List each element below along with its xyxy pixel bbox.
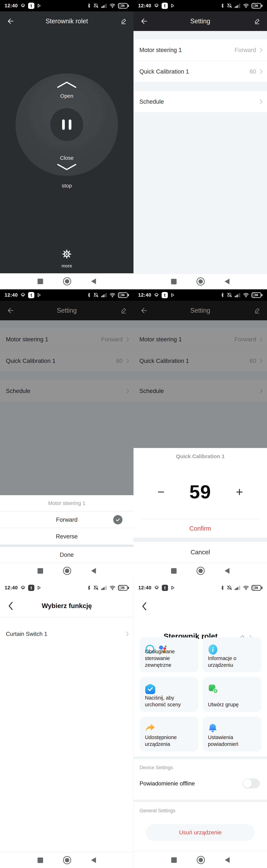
sheet-title: Quick Calibration 1 bbox=[133, 448, 267, 465]
wifi-icon bbox=[110, 586, 115, 590]
edit-pencil-icon[interactable] bbox=[254, 18, 260, 24]
setting-row-motor-steering[interactable]: Motor steering 1 Forward bbox=[133, 39, 267, 61]
general-settings-section-label: General Settings bbox=[139, 808, 175, 813]
divider bbox=[134, 851, 267, 851]
bluetooth-icon bbox=[88, 585, 91, 590]
gear-icon[interactable] bbox=[62, 249, 72, 259]
wifi-icon bbox=[243, 293, 249, 297]
row-label: Powiadomienie offline bbox=[139, 780, 243, 787]
setting-row-schedule[interactable]: Schedule bbox=[133, 91, 267, 112]
sheet-separator bbox=[0, 545, 133, 547]
bluetooth-icon bbox=[88, 3, 91, 8]
wifi-icon bbox=[110, 4, 115, 8]
svg-text:i: i bbox=[212, 646, 214, 653]
sheet-separator bbox=[133, 538, 267, 542]
function-row-curtain-switch[interactable]: Curtain Switch 1 bbox=[0, 621, 133, 646]
quick-calibration-bottom-sheet: Quick Calibration 1 − 59 + Confirm Cance… bbox=[133, 448, 267, 563]
option-reverse[interactable]: Reverse bbox=[0, 528, 133, 545]
option-label: Forward bbox=[56, 516, 77, 523]
status-bar: 12:40 t 36 bbox=[134, 579, 267, 595]
recents-button[interactable] bbox=[38, 858, 43, 863]
close-button[interactable]: Close bbox=[0, 155, 133, 161]
open-button[interactable]: Open bbox=[0, 93, 133, 99]
cancel-button[interactable]: Cancel bbox=[133, 542, 267, 562]
recents-button[interactable] bbox=[171, 857, 177, 863]
edit-pencil-icon[interactable] bbox=[120, 18, 127, 24]
row-label: Quick Calibration 1 bbox=[139, 68, 249, 75]
more-button[interactable]: more bbox=[0, 263, 133, 269]
card-external-control[interactable]: Obsługiwane sterowanie zewnętrzne bbox=[139, 638, 198, 672]
row-label: Curtain Switch 1 bbox=[6, 631, 126, 637]
layers-icon bbox=[21, 292, 26, 298]
increment-button[interactable]: + bbox=[236, 486, 243, 498]
back-arrow-icon[interactable] bbox=[7, 18, 14, 25]
row-value: 60 bbox=[249, 68, 256, 75]
card-shared-devices[interactable]: Udostępnione urządzenia bbox=[139, 716, 198, 751]
signal-icon bbox=[235, 4, 240, 8]
notifications-off-icon bbox=[227, 585, 232, 590]
decrement-button[interactable]: − bbox=[158, 486, 165, 498]
notification-bell-icon bbox=[208, 723, 218, 733]
setting-row-quick-calibration[interactable]: Quick Calibration 1 60 bbox=[133, 61, 267, 82]
back-chevron-icon[interactable] bbox=[141, 602, 147, 611]
android-nav-bar bbox=[133, 563, 267, 579]
back-button[interactable] bbox=[91, 857, 96, 863]
card-notification-settings[interactable]: Ustawienia powiadomień bbox=[203, 716, 261, 751]
stop-button[interactable]: stop bbox=[0, 183, 133, 189]
back-button[interactable] bbox=[91, 568, 96, 574]
messaging-app-icon: t bbox=[162, 585, 168, 591]
scenes-check-icon bbox=[145, 684, 156, 694]
chevron-right-icon bbox=[260, 48, 263, 53]
card-device-information[interactable]: i Informacje o urządzeniu bbox=[203, 638, 261, 672]
modal-scrim[interactable] bbox=[0, 289, 133, 495]
recents-button[interactable] bbox=[38, 279, 43, 284]
back-button[interactable] bbox=[225, 279, 229, 284]
battery-icon: 36 bbox=[252, 3, 262, 8]
notifications-off-icon bbox=[93, 585, 99, 590]
back-button[interactable] bbox=[225, 568, 229, 574]
calibration-value: 59 bbox=[190, 481, 211, 503]
back-button[interactable] bbox=[91, 278, 96, 284]
home-icon bbox=[198, 569, 203, 573]
offline-notification-toggle[interactable] bbox=[243, 779, 260, 788]
home-button[interactable] bbox=[63, 277, 71, 285]
card-create-group[interactable]: Utwórz grupę bbox=[203, 677, 261, 712]
screen-remote-control: 12:40 t 36 Sterownik rolet Open Close st… bbox=[0, 0, 133, 289]
notifications-off-icon bbox=[93, 292, 99, 298]
recents-button[interactable] bbox=[171, 568, 176, 574]
home-icon bbox=[65, 279, 69, 283]
close-chevron-icon[interactable] bbox=[56, 163, 77, 171]
bluetooth-icon bbox=[221, 3, 224, 8]
modal-scrim[interactable] bbox=[133, 289, 267, 448]
recents-button[interactable] bbox=[171, 279, 176, 284]
back-button[interactable] bbox=[225, 857, 230, 863]
play-icon bbox=[37, 4, 41, 8]
card-tap-to-run-scenes[interactable]: Naciśnij, aby urchomić sceny bbox=[139, 677, 198, 712]
option-forward[interactable]: Forward bbox=[0, 512, 133, 528]
bluetooth-icon bbox=[221, 585, 224, 590]
home-button[interactable] bbox=[63, 856, 71, 864]
calibration-stepper: − 59 + bbox=[133, 465, 267, 519]
done-button[interactable]: Done bbox=[0, 547, 133, 563]
chevron-right-icon bbox=[260, 69, 263, 74]
signal-icon bbox=[235, 586, 240, 590]
remove-device-button[interactable]: Usuń urządzenie bbox=[146, 824, 255, 841]
selected-check-icon bbox=[113, 515, 123, 524]
recents-button[interactable] bbox=[38, 568, 43, 574]
section-separator bbox=[134, 756, 267, 759]
info-icon: i bbox=[208, 644, 218, 655]
open-chevron-icon[interactable] bbox=[56, 81, 77, 88]
battery-icon: 36 bbox=[118, 3, 129, 8]
back-chevron-icon[interactable] bbox=[7, 601, 14, 610]
home-button[interactable] bbox=[197, 856, 205, 864]
notifications-off-icon bbox=[93, 3, 99, 8]
home-button[interactable] bbox=[197, 277, 205, 286]
confirm-button[interactable]: Confirm bbox=[133, 519, 267, 538]
home-icon bbox=[65, 569, 69, 573]
home-button[interactable] bbox=[197, 567, 205, 575]
back-arrow-icon[interactable] bbox=[140, 18, 148, 25]
home-button[interactable] bbox=[63, 567, 71, 575]
signal-icon bbox=[101, 4, 107, 8]
share-icon bbox=[145, 723, 155, 733]
pause-button[interactable] bbox=[50, 108, 84, 142]
